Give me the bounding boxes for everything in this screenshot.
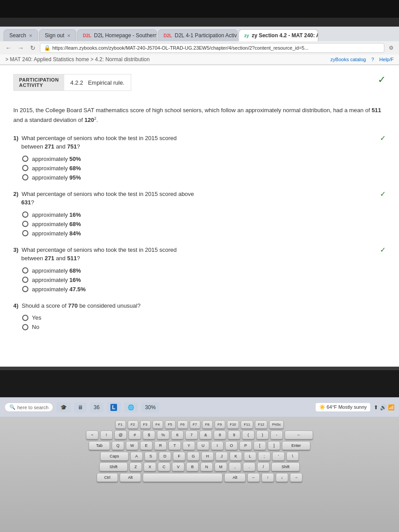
key-semicolon[interactable]: ; [258, 452, 270, 461]
q1-radio-3[interactable] [22, 174, 28, 180]
key-f11[interactable]: F11 [241, 420, 253, 429]
key-f4[interactable]: F4 [153, 420, 163, 429]
taskbar-l-item[interactable]: L [107, 402, 121, 413]
key-5[interactable]: % [157, 430, 169, 439]
key-bracket-close[interactable]: ] [268, 441, 280, 450]
key-m[interactable]: M [215, 462, 227, 471]
key-f3[interactable]: F3 [140, 420, 151, 429]
key-f1[interactable]: F1 [115, 420, 126, 429]
q4-radio-1[interactable] [22, 315, 28, 321]
q2-option-3[interactable]: approximately 84% [22, 230, 386, 237]
key-backspace[interactable]: ← [285, 430, 313, 439]
tab-search[interactable]: Search ✕ [4, 29, 38, 41]
key-v[interactable]: V [172, 462, 184, 471]
key-f8[interactable]: F8 [202, 420, 213, 429]
q2-option-2[interactable]: approximately 68% [22, 221, 386, 227]
key-space[interactable] [143, 473, 223, 482]
key-r[interactable]: R [154, 441, 167, 450]
key-shift-left[interactable]: Shift [99, 462, 128, 471]
tab-close-signout[interactable]: ✕ [67, 33, 70, 38]
key-9[interactable]: 8 [214, 430, 226, 439]
q1-radio-2[interactable] [22, 165, 28, 171]
q3-radio-2[interactable] [22, 277, 28, 283]
key-bracket-open[interactable]: [ [254, 441, 266, 450]
q4-option-1[interactable]: Yes [22, 314, 386, 321]
key-g[interactable]: G [187, 452, 200, 461]
q4-radio-2[interactable] [22, 324, 28, 330]
key-alt[interactable]: Alt [120, 473, 141, 482]
key-o[interactable]: O [225, 441, 238, 450]
key-1[interactable]: ! [100, 430, 113, 439]
help-link[interactable]: Help/F [379, 57, 394, 62]
key-d[interactable]: D [159, 452, 171, 461]
key-prtsc[interactable]: PrtSc [269, 420, 284, 429]
key-comma[interactable]: , [229, 462, 241, 471]
key-t[interactable]: T [168, 441, 181, 450]
key-j[interactable]: J [215, 452, 228, 461]
key-f2[interactable]: F2 [128, 420, 138, 429]
key-arrow-up[interactable]: ↑ [262, 473, 274, 482]
q3-radio-3[interactable] [22, 286, 28, 292]
q2-radio-2[interactable] [22, 221, 28, 227]
q1-radio-1[interactable] [22, 156, 28, 162]
q3-option-1[interactable]: approximately 68% [22, 267, 386, 274]
key-tilde[interactable]: ~ [86, 430, 98, 439]
taskbar-monitor-item[interactable]: 🖥 [74, 403, 86, 412]
q2-radio-1[interactable] [22, 211, 28, 218]
key-b[interactable]: B [186, 462, 199, 471]
back-button[interactable]: ← [4, 43, 13, 52]
key-tab[interactable]: Tab [89, 441, 110, 450]
key-a[interactable]: A [130, 452, 143, 461]
key-0[interactable]: 9 [228, 430, 240, 439]
key-6[interactable]: 6 [171, 430, 184, 439]
key-s[interactable]: S [145, 452, 157, 461]
key-quote[interactable]: ' [272, 452, 285, 461]
extensions-icon[interactable]: ⚙ [387, 44, 395, 52]
key-paren-close[interactable]: ) [256, 430, 269, 439]
key-h[interactable]: H [201, 452, 214, 461]
refresh-button[interactable]: ↻ [28, 43, 37, 52]
key-arrow-left[interactable]: ← [247, 473, 260, 482]
key-arrow-down[interactable]: ↓ [276, 473, 288, 482]
key-n[interactable]: N [200, 462, 213, 471]
q2-option-1[interactable]: approximately 16% [22, 211, 386, 218]
tab-section42[interactable]: zy zy Section 4.2 - MAT 240: A ✕ [239, 29, 318, 41]
key-x[interactable]: X [144, 462, 156, 471]
tab-signout[interactable]: Sign out ✕ [39, 29, 76, 41]
key-u[interactable]: U [197, 441, 209, 450]
key-k[interactable]: K [230, 452, 242, 461]
key-4[interactable]: $ [143, 430, 155, 439]
q1-option-3[interactable]: approximately 95% [22, 174, 386, 181]
taskbar-percent-item[interactable]: 30% [141, 403, 159, 412]
key-i[interactable]: I [211, 441, 223, 450]
key-f12[interactable]: F12 [255, 420, 267, 429]
key-8[interactable]: & [200, 430, 212, 439]
key-p[interactable]: P [239, 441, 252, 450]
key-z[interactable]: Z [129, 462, 142, 471]
tab-homepage[interactable]: D2L D2L Homepage - Southern Ne ✕ [77, 29, 157, 41]
key-paren-open[interactable]: ( [242, 430, 254, 439]
key-q[interactable]: Q [112, 441, 124, 450]
key-f10[interactable]: F10 [227, 420, 239, 429]
taskbar-graduation-item[interactable]: 🎓 [57, 403, 70, 412]
key-f[interactable]: F [173, 452, 185, 461]
key-alt-right[interactable]: Alt [224, 473, 246, 482]
q4-option-2[interactable]: No [22, 324, 386, 330]
q1-option-1[interactable]: approximately 50% [22, 156, 386, 162]
key-slash[interactable]: / [257, 462, 270, 471]
key-f7[interactable]: F7 [190, 420, 200, 429]
key-arrow-right[interactable]: → [290, 473, 302, 482]
key-period[interactable]: . [243, 462, 255, 471]
key-shift-right[interactable]: Shift [271, 462, 300, 471]
key-f5[interactable]: F5 [165, 420, 176, 429]
q3-option-3[interactable]: approximately 47.5% [22, 286, 386, 293]
catalog-link[interactable]: zyBooks catalog [330, 57, 366, 62]
taskbar-search[interactable]: 🔍 here to search [4, 403, 53, 412]
address-bar[interactable]: 🔒 https://learn.zybooks.com/zybook/MAT-2… [40, 43, 384, 53]
key-3[interactable]: # [129, 430, 141, 439]
q3-option-2[interactable]: approximately 16% [22, 277, 386, 283]
tab-close-search[interactable]: ✕ [29, 33, 32, 38]
q2-radio-3[interactable] [22, 230, 28, 236]
q1-option-2[interactable]: approximately 68% [22, 165, 386, 172]
taskbar-number-item[interactable]: 36 [90, 403, 103, 412]
